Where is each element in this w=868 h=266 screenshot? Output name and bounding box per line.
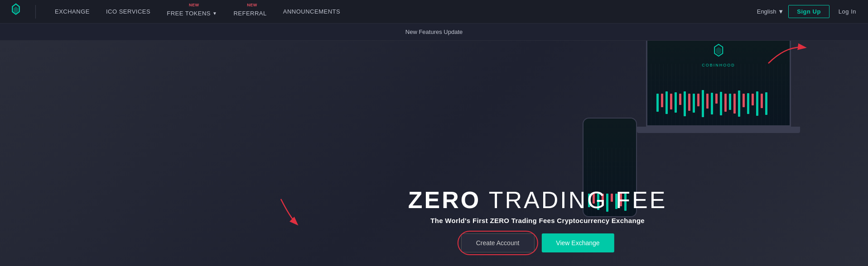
language-chevron-icon: ▼	[778, 8, 784, 15]
language-label: English	[757, 8, 776, 15]
create-account-button[interactable]: Create Account	[461, 233, 535, 252]
candle-14	[715, 94, 718, 104]
candle-12	[706, 94, 709, 109]
signup-button[interactable]: Sign Up	[788, 5, 829, 18]
laptop-mockup: COBINHOOD	[632, 41, 805, 154]
referral-badge: NEW	[247, 3, 257, 7]
nav-item-announcements[interactable]: ANNOUNCEMENTS	[275, 0, 348, 24]
hero-subtitle: The World's First ZERO Trading Fees Cryp…	[408, 217, 667, 224]
candle-24	[761, 94, 763, 108]
candle-2	[661, 94, 663, 107]
hero-title-light: TRADING FEE	[481, 187, 667, 213]
candle-6	[679, 94, 681, 105]
candle-18	[733, 94, 736, 114]
announcement-text: New Features Update	[405, 28, 463, 35]
candle-11	[702, 90, 704, 117]
nav-links: EXCHANGE ICO SERVICES NEW FREE TOKENS ▼ …	[47, 0, 757, 24]
candle-16	[724, 94, 727, 112]
candle-25	[765, 92, 767, 115]
language-selector[interactable]: English ▼	[757, 8, 784, 15]
candle-5	[675, 92, 677, 113]
hero-title-bold: ZERO	[408, 187, 481, 213]
candle-21	[747, 93, 749, 114]
candle-22	[752, 94, 754, 105]
hero-content: ZERO TRADING FEE The World's First ZERO …	[408, 187, 667, 252]
nav-item-ico-services[interactable]: ICO SERVICES	[98, 0, 159, 24]
login-button[interactable]: Log In	[834, 5, 861, 18]
candle-9	[693, 94, 695, 113]
svg-marker-4	[716, 47, 721, 55]
navbar-right: English ▼ Sign Up Log In	[757, 5, 861, 18]
candle-17	[729, 94, 731, 110]
navbar: EXCHANGE ICO SERVICES NEW FREE TOKENS ▼ …	[0, 0, 868, 24]
candle-4	[670, 94, 672, 109]
svg-marker-1	[14, 6, 18, 13]
announcement-bar: New Features Update	[0, 24, 868, 41]
laptop-base	[637, 127, 800, 133]
candle-3	[665, 91, 668, 114]
hero-section: COBINHOOD ZERO TRADIN	[0, 41, 868, 266]
candle-20	[743, 94, 745, 107]
candle-1	[656, 94, 659, 112]
candle-8	[688, 94, 690, 111]
create-account-button-wrapper: Create Account	[461, 233, 535, 252]
create-account-arrow-annotation	[272, 195, 308, 231]
hero-buttons: Create Account View Exchange	[408, 233, 667, 252]
free-tokens-badge: NEW	[189, 3, 199, 7]
candle-13	[711, 93, 713, 114]
hero-title: ZERO TRADING FEE	[408, 187, 667, 213]
screen-content: COBINHOOD	[647, 41, 790, 125]
candle-10	[697, 94, 699, 106]
nav-item-free-tokens[interactable]: NEW FREE TOKENS ▼	[159, 0, 225, 24]
nav-item-referral[interactable]: NEW REFERRAL	[225, 0, 275, 24]
candle-7	[684, 91, 686, 116]
logo[interactable]	[7, 2, 35, 21]
view-exchange-button[interactable]: View Exchange	[541, 233, 614, 252]
candle-19	[738, 90, 740, 117]
nav-item-exchange[interactable]: EXCHANGE	[47, 0, 98, 24]
candle-23	[756, 91, 758, 116]
screen-cobinhood-text: COBINHOOD	[702, 63, 735, 67]
candle-15	[720, 92, 722, 115]
nav-divider	[35, 5, 36, 19]
chevron-down-icon: ▼	[212, 11, 217, 16]
screen-logo: COBINHOOD	[702, 43, 735, 67]
laptop-screen: COBINHOOD	[646, 41, 791, 127]
